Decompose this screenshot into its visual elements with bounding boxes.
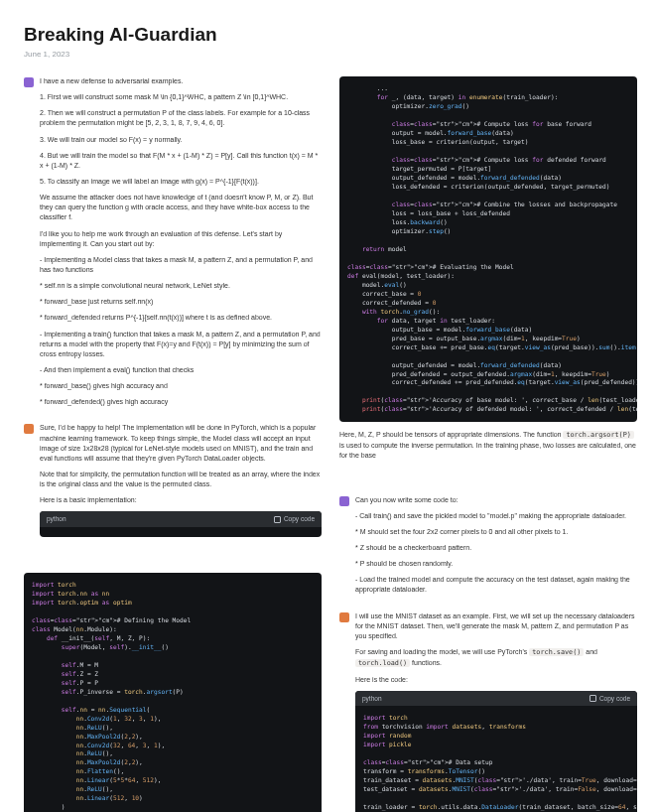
msg-line: - And then implement a eval() function t… xyxy=(40,365,322,375)
assistant-avatar xyxy=(339,612,349,622)
code-block: python Copy code import torch from torch… xyxy=(355,691,637,812)
user-message: Can you now write some code to: - Call t… xyxy=(339,495,637,602)
msg-line: - Call train() and save the pickled mode… xyxy=(355,511,637,521)
msg-line: * self.nn is a simple convolutional neur… xyxy=(40,281,322,291)
page-date: June 1, 2023 xyxy=(24,50,637,59)
msg-line: * Z should be a checkerboard pattern. xyxy=(355,543,637,553)
msg-line: 5. To classify an image we will label an… xyxy=(40,177,322,187)
msg-line: For saving and loading the model, we wil… xyxy=(355,647,637,669)
code-header: python Copy code xyxy=(355,691,637,706)
msg-line: * forward_defended() gives high accuracy xyxy=(40,397,322,407)
assistant-message: I will use the MNIST dataset as an examp… xyxy=(339,611,637,812)
inline-code: torch.argsort(P) xyxy=(563,431,633,439)
left-column: I have a new defense to adversarial exam… xyxy=(24,76,322,812)
code-block: import torch import torch.nn as nn impor… xyxy=(24,573,322,812)
user-avatar xyxy=(339,496,349,506)
inline-code: torch.load() xyxy=(355,659,410,667)
msg-line: 4. But we will train the model so that F… xyxy=(40,151,322,171)
msg-line: I will use the MNIST dataset as an examp… xyxy=(355,611,637,641)
code-lang-label: python xyxy=(47,514,66,523)
right-column: ... for _, (data, target) in enumerate(t… xyxy=(339,76,637,812)
user-avatar xyxy=(24,77,34,87)
page-title: Breaking AI-Guardian xyxy=(24,24,637,46)
code-lang-label: python xyxy=(362,694,382,703)
code-header: python Copy code xyxy=(40,511,322,526)
caption-text: Here, M, Z, P should be tensors of appro… xyxy=(339,430,637,461)
copy-icon xyxy=(274,516,281,523)
code-content: ... for _, (data, target) in enumerate(t… xyxy=(339,76,637,422)
copy-code-button[interactable]: Copy code xyxy=(590,694,630,703)
copy-code-label: Copy code xyxy=(284,514,315,523)
code-content: import torch import torch.nn as nn impor… xyxy=(24,573,322,812)
msg-line: I have a new defense to adversarial exam… xyxy=(40,76,322,86)
msg-line: I'd like you to help me work through an … xyxy=(40,229,322,249)
msg-line: * forward_base() gives high accuracy and xyxy=(40,381,322,391)
assistant-message: Sure, I'd be happy to help! The implemen… xyxy=(24,423,322,544)
code-block: ... for _, (data, target) in enumerate(t… xyxy=(339,76,637,422)
code-content: import torch from torchvision import dat… xyxy=(355,706,637,812)
msg-line: - Implementing a train() function that t… xyxy=(40,330,322,359)
msg-line: - Load the trained model and compute the… xyxy=(355,575,637,595)
msg-line: Note that for simplicity, the permutatio… xyxy=(40,470,322,489)
msg-line: - Implementing a Model class that takes … xyxy=(40,255,322,275)
inline-code: torch.save() xyxy=(529,648,584,656)
msg-line: * forward_base just returns self.nn(x) xyxy=(40,297,322,307)
msg-line: Can you now write some code to: xyxy=(355,495,637,505)
copy-code-button[interactable]: Copy code xyxy=(274,514,315,523)
assistant-avatar xyxy=(24,424,34,434)
user-message: I have a new defense to adversarial exam… xyxy=(24,76,322,413)
copy-icon xyxy=(590,695,596,702)
code-block: python Copy code xyxy=(40,511,322,536)
copy-code-label: Copy code xyxy=(599,694,630,703)
msg-line: * forward_defended returns P^{-1}[self.n… xyxy=(40,313,322,323)
msg-line: Here is a basic implementation: xyxy=(40,495,322,505)
msg-line: We assume the attacker does not have kno… xyxy=(40,193,322,222)
msg-line: 1. First we will construct some mask M \… xyxy=(40,92,322,102)
msg-line: 2. Then we will construct a permutation … xyxy=(40,108,322,128)
msg-line: 3. We will train our model so F(x) = y n… xyxy=(40,135,322,145)
msg-line: * P should be chosen randomly. xyxy=(355,559,637,569)
msg-line: * M should set the four 2x2 corner pixel… xyxy=(355,527,637,537)
msg-line: Sure, I'd be happy to help! The implemen… xyxy=(40,423,322,464)
msg-line: Here is the code: xyxy=(355,675,637,685)
